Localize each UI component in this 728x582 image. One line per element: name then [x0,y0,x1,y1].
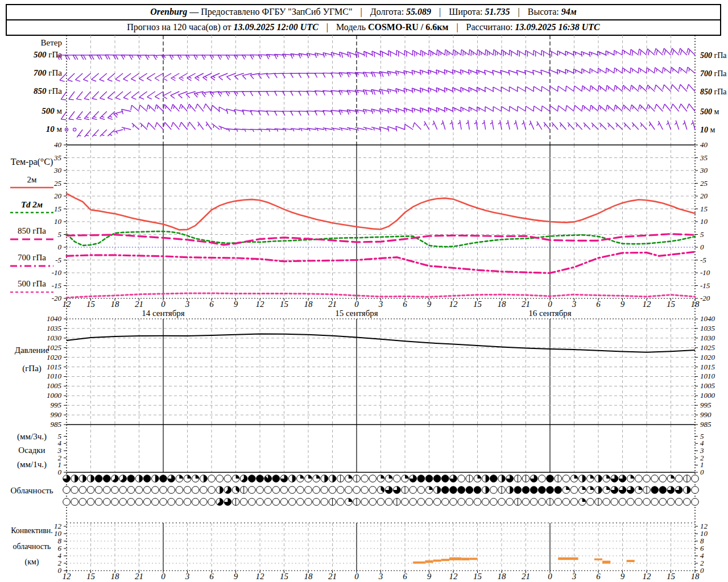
svg-text:14 сентября: 14 сентября [142,309,185,318]
svg-text:0: 0 [161,300,166,309]
svg-text:-5: -5 [700,256,706,264]
svg-text:35: 35 [700,153,708,162]
wind-barbs-700гПа [60,67,695,81]
svg-text:-20: -20 [52,294,62,302]
svg-text:9: 9 [621,572,625,581]
svg-text:0: 0 [161,572,166,581]
svg-text:1025: 1025 [47,343,62,352]
svg-text:1020: 1020 [47,353,62,361]
wind-barbs-500м [61,104,695,120]
svg-text:25: 25 [54,179,62,188]
svg-text:10 м: 10 м [700,126,715,134]
svg-text:-20: -20 [700,294,710,302]
svg-text:10: 10 [700,217,708,226]
svg-text:9: 9 [427,300,432,309]
svg-text:3: 3 [572,300,577,309]
svg-text:21: 21 [135,300,143,309]
svg-text:9: 9 [234,300,238,309]
svg-text:0: 0 [58,243,62,251]
wind-barbs-10м [65,120,695,137]
svg-text:18: 18 [111,572,120,581]
svg-text:30: 30 [53,166,62,174]
svg-text:990: 990 [700,410,712,419]
wind-barbs-500гПа [57,48,695,60]
cloudiness-rows [63,475,699,506]
svg-text:0: 0 [700,566,704,575]
cloud-row-3 [63,498,699,506]
svg-text:40: 40 [700,140,708,149]
svg-text:1010: 1010 [47,372,62,380]
convective-cloud-bars [413,558,635,564]
svg-text:1035: 1035 [47,324,62,332]
svg-text:12: 12 [643,572,652,581]
svg-text:1030: 1030 [47,334,62,342]
svg-text:15: 15 [86,300,96,309]
svg-text:1005: 1005 [700,381,715,390]
svg-text:6: 6 [596,300,601,309]
svg-text:12: 12 [63,572,72,581]
conv-bar [441,559,449,561]
svg-text:0: 0 [58,566,62,575]
svg-text:1030: 1030 [700,334,715,342]
svg-text:15 сентября: 15 сентября [335,309,378,318]
svg-text:-10: -10 [700,268,710,277]
svg-text:15: 15 [280,300,289,309]
svg-text:18: 18 [691,300,700,309]
svg-text:500 гПа: 500 гПа [700,51,727,60]
conv-bar [469,558,477,560]
svg-text:1000: 1000 [47,391,62,400]
conv-bar [449,558,461,560]
svg-text:30: 30 [700,166,708,174]
svg-text:21: 21 [328,572,337,581]
svg-text:21: 21 [135,572,143,581]
svg-text:0: 0 [548,572,552,581]
svg-text:12: 12 [63,300,72,309]
wind-barbs-850гПа [61,84,695,99]
horizontal-gridlines [64,145,698,571]
svg-text:1015: 1015 [47,363,62,371]
svg-text:12: 12 [449,300,458,309]
svg-text:18: 18 [498,300,507,309]
svg-text:15: 15 [667,572,676,581]
svg-text:15: 15 [54,205,62,213]
conv-bar [594,559,602,560]
svg-text:-10: -10 [52,268,62,277]
svg-text:1010: 1010 [700,372,715,380]
svg-text:6: 6 [403,572,407,581]
conv-bar [433,560,441,562]
svg-text:850 гПа: 850 гПа [700,88,727,96]
svg-text:1035: 1035 [700,324,715,332]
svg-text:6: 6 [403,300,407,309]
svg-text:1000: 1000 [700,391,715,400]
svg-text:18: 18 [304,572,313,581]
svg-text:0: 0 [700,468,704,476]
svg-text:12: 12 [256,572,265,581]
svg-text:15: 15 [700,205,708,213]
svg-text:0: 0 [700,243,704,251]
svg-text:990: 990 [51,410,62,419]
svg-text:9: 9 [427,572,432,581]
conv-bar [627,560,635,562]
svg-text:40: 40 [54,140,62,149]
svg-text:0: 0 [548,300,552,309]
svg-text:985: 985 [51,420,62,429]
svg-text:9: 9 [234,572,238,581]
svg-text:995: 995 [51,401,62,409]
cloud-row-1 [63,475,699,483]
svg-text:1040: 1040 [700,314,715,323]
conv-bar [413,562,425,564]
svg-text:15: 15 [280,572,289,581]
svg-text:3: 3 [572,572,577,581]
svg-text:-15: -15 [700,281,710,290]
conv-bar [558,558,578,560]
svg-text:20: 20 [54,192,62,200]
svg-text:3: 3 [185,300,190,309]
conv-bar [602,561,610,564]
svg-text:20: 20 [700,192,708,200]
svg-text:-5: -5 [55,256,61,264]
svg-text:1025: 1025 [700,343,715,352]
svg-text:985: 985 [700,420,712,429]
svg-text:10: 10 [54,217,62,226]
meteogram-page: Orenburg — Предоставлено ФГБУ "ЗапСиб УГ… [0,0,728,582]
svg-text:1020: 1020 [700,353,715,361]
